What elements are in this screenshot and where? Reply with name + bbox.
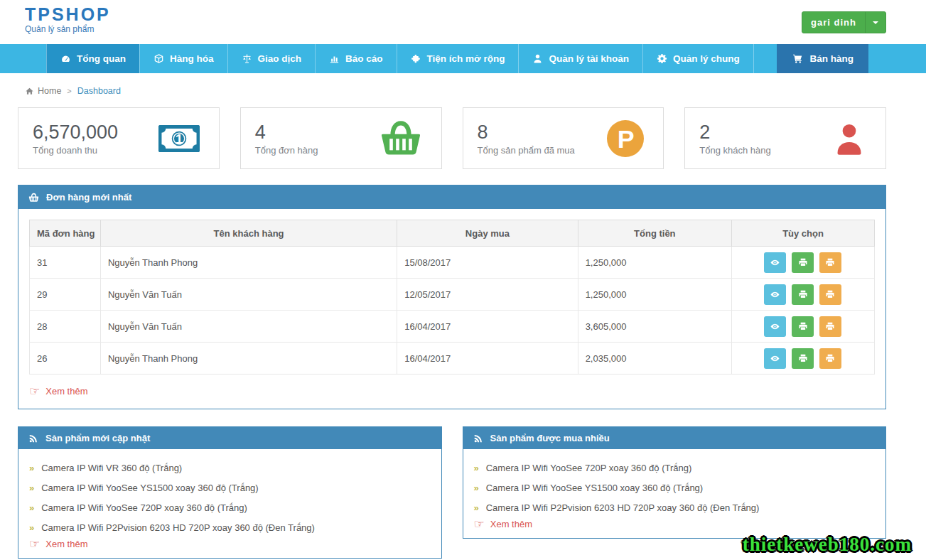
list-item[interactable]: » Camera IP Wifi YooSee YS1500 xoay 360 …	[29, 478, 431, 497]
printer-icon	[798, 257, 808, 267]
sell-button[interactable]: Bán hàng	[777, 44, 868, 73]
orders-more-link[interactable]: ☞ Xem thêm	[29, 386, 88, 397]
angle-double-right-icon: »	[474, 463, 479, 473]
user-menu-button[interactable]: gari dinh	[802, 11, 886, 33]
view-button[interactable]	[764, 284, 786, 305]
watermark: thietkeweb180.com	[743, 534, 912, 556]
user-icon	[532, 53, 543, 64]
print-button[interactable]	[792, 252, 814, 273]
basket-icon	[379, 120, 422, 157]
nav-tab-extensions[interactable]: Tiện ích mở rộng	[397, 44, 519, 73]
breadcrumb-home-label: Home	[38, 86, 61, 96]
nav-tab-goods[interactable]: Hàng hóa	[139, 44, 227, 73]
print-invoice-button[interactable]	[819, 252, 841, 273]
nav-tab-reports[interactable]: Báo cáo	[315, 44, 397, 73]
nav-tab-label: Quản lý tài khoản	[549, 53, 629, 64]
table-row: 29 Nguyễn Văn Tuấn 12/05/2017 1,250,000	[30, 279, 875, 311]
breadcrumb-separator: >	[67, 87, 71, 95]
breadcrumb: Home > Dashboard	[25, 73, 926, 107]
order-customer: Nguyễn Thanh Phong	[100, 343, 397, 375]
list-item[interactable]: » Camera IP Wifi YooSee YS1500 xoay 360 …	[474, 478, 876, 497]
caret-down-icon	[865, 12, 885, 33]
print-invoice-button[interactable]	[819, 284, 841, 305]
column-header-total: Tổng tiền	[578, 220, 731, 247]
rss-icon	[473, 434, 483, 443]
order-total: 2,035,000	[578, 343, 731, 375]
order-id: 28	[30, 311, 101, 343]
bar-chart-icon	[329, 53, 340, 64]
breadcrumb-home[interactable]: Home	[25, 86, 61, 96]
order-date: 16/04/2017	[397, 343, 578, 375]
sell-button-label: Bán hàng	[809, 53, 854, 64]
printer-icon	[798, 321, 808, 331]
stat-card-orders: 4 Tổng đơn hàng	[240, 107, 442, 169]
user-icon	[832, 121, 866, 156]
order-id: 29	[30, 279, 101, 311]
cart-icon	[792, 53, 803, 64]
home-icon	[25, 87, 34, 96]
print-button[interactable]	[792, 284, 814, 305]
order-total: 3,605,000	[578, 311, 731, 343]
breadcrumb-current[interactable]: Dashboard	[77, 86, 121, 96]
print-invoice-button[interactable]	[819, 316, 841, 337]
order-date: 15/08/2017	[397, 247, 578, 279]
product-name: Camera IP Wifi VR 360 độ (Trắng)	[41, 463, 182, 473]
nav-tab-transactions[interactable]: Giao dịch	[227, 44, 316, 73]
stat-label: Tổng sản phẩm đã mua	[478, 145, 575, 156]
popular-products-more-link[interactable]: ☞ Xem thêm	[474, 519, 533, 529]
orders-panel: Đơn hàng mới nhất Mã đơn hàng Tên khách …	[18, 185, 886, 409]
logo[interactable]: TPSHOP Quản lý sản phẩm	[25, 5, 111, 34]
order-customer: Nguyễn Văn Tuấn	[100, 311, 397, 343]
column-header-order-id: Mã đơn hàng	[30, 220, 101, 247]
stat-value: 6,570,000	[33, 122, 118, 143]
money-icon: 1	[158, 125, 200, 152]
view-button[interactable]	[764, 316, 786, 337]
logo-title: TPSHOP	[25, 5, 111, 23]
product-name: Camera IP Wifi YooSee 720P xoay 360 độ (…	[41, 502, 247, 513]
new-products-panel-header: Sản phẩm mới cập nhật	[18, 427, 441, 449]
hand-pointer-icon: ☞	[29, 539, 40, 549]
view-button[interactable]	[764, 252, 786, 273]
table-row: 31 Nguyễn Thanh Phong 15/08/2017 1,250,0…	[30, 247, 875, 279]
printer-icon	[825, 353, 835, 363]
list-item[interactable]: » Camera IP Wifi P2Pvision 6203 HD 720P …	[29, 517, 431, 537]
order-customer: Nguyễn Văn Tuấn	[100, 279, 397, 311]
angle-double-right-icon: »	[29, 483, 34, 493]
column-header-customer: Tên khách hàng	[100, 220, 397, 247]
order-total: 1,250,000	[578, 279, 731, 311]
view-button[interactable]	[764, 348, 786, 369]
list-item[interactable]: » Camera IP Wifi YooSee 720P xoay 360 độ…	[29, 497, 431, 517]
nav-tab-overview[interactable]: Tổng quan	[46, 44, 139, 73]
more-link-label: Xem thêm	[45, 386, 87, 397]
angle-double-right-icon: »	[29, 502, 34, 513]
nav-tab-label: Giao dịch	[258, 53, 302, 64]
more-link-label: Xem thêm	[45, 539, 87, 549]
order-date: 16/04/2017	[397, 311, 578, 343]
new-products-more-link[interactable]: ☞ Xem thêm	[29, 539, 88, 549]
product-hunt-icon: P	[607, 120, 644, 157]
printer-icon	[825, 257, 835, 267]
column-header-options: Tùy chọn	[732, 220, 875, 247]
product-name: Camera IP Wifi P2Pvision 6203 HD 720P xo…	[486, 502, 760, 513]
print-invoice-button[interactable]	[819, 348, 841, 369]
nav-tab-label: Hàng hóa	[170, 53, 214, 64]
orders-panel-title: Đơn hàng mới nhất	[46, 192, 131, 203]
product-name: Camera IP Wifi YooSee YS1500 xoay 360 độ…	[41, 483, 258, 493]
gear-icon	[657, 53, 667, 64]
nav-tab-settings[interactable]: Quản lý chung	[642, 44, 754, 73]
svg-text:P: P	[618, 124, 635, 153]
stat-label: Tổng đơn hàng	[255, 145, 318, 156]
nav-tab-accounts[interactable]: Quản lý tài khoản	[518, 44, 642, 73]
cube-icon	[154, 53, 164, 64]
order-id: 31	[30, 247, 101, 279]
print-button[interactable]	[792, 348, 814, 369]
stat-label: Tổng khách hàng	[699, 145, 770, 156]
scale-icon	[242, 53, 252, 64]
product-name: Camera IP Wifi P2Pvision 6203 HD 720P xo…	[41, 522, 315, 533]
stat-label: Tổng doanh thu	[33, 145, 118, 156]
hand-pointer-icon: ☞	[474, 519, 485, 529]
list-item[interactable]: » Camera IP Wifi YooSee 720P xoay 360 độ…	[474, 458, 876, 478]
print-button[interactable]	[792, 316, 814, 337]
list-item[interactable]: » Camera IP Wifi P2Pvision 6203 HD 720P …	[474, 497, 876, 517]
list-item[interactable]: » Camera IP Wifi VR 360 độ (Trắng)	[29, 458, 431, 478]
